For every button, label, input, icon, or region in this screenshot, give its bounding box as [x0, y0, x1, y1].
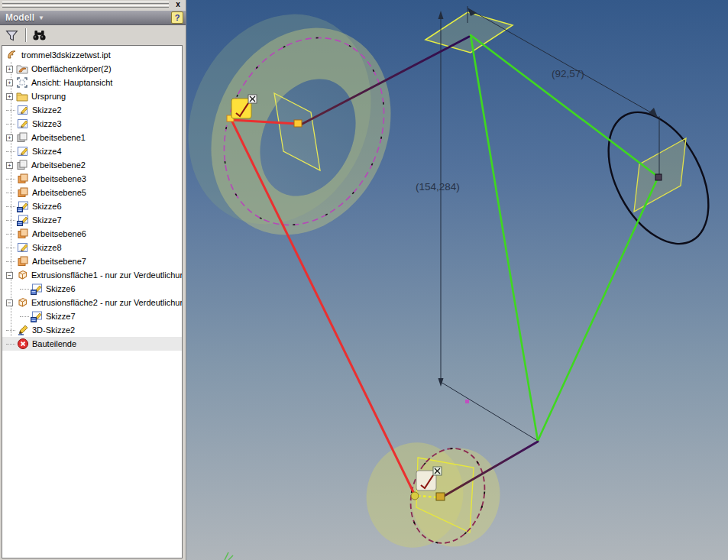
sketch-icon	[17, 118, 29, 130]
tree-item-label: Bauteilende	[32, 339, 78, 348]
tree-item[interactable]: + Ursprung	[2, 89, 182, 103]
filter-funnel-icon[interactable]	[4, 28, 19, 42]
tree-item-label: Skizze7	[32, 215, 63, 225]
tree-expander[interactable]	[6, 193, 15, 193]
tree-item-label: Arbeitsebene1	[31, 133, 87, 142]
tree-expander[interactable]	[6, 330, 15, 331]
tree-item-label: Ansicht: Hauptansicht	[31, 78, 114, 87]
tree-item-label: Skizze2	[32, 105, 63, 115]
tree-item-label: Oberflächenkörper(2)	[31, 64, 113, 73]
3d-viewport[interactable]: (92,57) (154,284)	[186, 0, 728, 560]
sketch-shared-icon	[31, 283, 43, 295]
sketch-icon	[17, 104, 29, 116]
tree-item-label: Skizze4	[32, 147, 63, 156]
tree-item[interactable]: Skizze7	[2, 213, 182, 227]
workplane-orange-icon	[17, 186, 29, 199]
tree-expander[interactable]: +	[6, 162, 13, 169]
tree-item[interactable]: + Ansicht: Hauptansicht	[2, 76, 182, 89]
tree-expander[interactable]	[6, 248, 15, 248]
tree-item-label: 3D-Skizze2	[32, 325, 76, 335]
tree-item[interactable]: Skizze7	[2, 309, 182, 323]
tree-item-label: Arbeitsebene6	[32, 229, 88, 238]
workplane-grey-icon	[16, 159, 28, 171]
dimension-midpoint-tick[interactable]	[465, 400, 469, 403]
tree-item-label: Skizze3	[32, 119, 63, 128]
view-rep-icon	[16, 76, 28, 89]
sketch-icon	[17, 241, 29, 254]
end-of-part-icon	[17, 338, 29, 350]
extrusion-icon	[16, 296, 28, 309]
tree-item[interactable]: Skizze6	[2, 282, 182, 296]
tree-indent	[2, 316, 20, 317]
tree-expander[interactable]: +	[6, 134, 13, 141]
tree-item-label: Arbeitsebene7	[32, 257, 88, 266]
tree-item-label: Skizze7	[46, 312, 77, 321]
tree-item[interactable]: + Arbeitsebene1	[2, 131, 182, 144]
tree-item[interactable]: Skizze2	[2, 103, 182, 117]
sketch-icon	[17, 145, 29, 157]
tree-item[interactable]: + Arbeitsebene2	[2, 158, 182, 172]
grip-groove	[2, 2, 169, 4]
tree-item[interactable]: 3D-Skizze2	[2, 323, 182, 337]
tree-expander[interactable]: +	[6, 66, 13, 73]
close-icon[interactable]: x	[173, 1, 183, 10]
panel-header[interactable]: Modell ▼ ?	[0, 11, 186, 25]
tree-expander[interactable]	[6, 110, 15, 111]
tree-item[interactable]: trommel3dskizzetwst.ipt	[2, 48, 182, 62]
tree-item[interactable]: Arbeitsebene6	[2, 227, 182, 241]
tree-item-label: Extrusionsfläche2 - nur zur Verdeutlichu…	[31, 298, 182, 307]
tree-expander[interactable]	[6, 220, 15, 221]
tree-expander[interactable]	[20, 289, 29, 290]
tree-item[interactable]: Arbeitsebene5	[2, 186, 182, 199]
grip-groove	[2, 5, 169, 8]
tree-expander[interactable]	[6, 179, 15, 180]
dimension-label-vertical[interactable]: (154,284)	[416, 181, 460, 193]
tree-item[interactable]: Skizze4	[2, 144, 182, 158]
toolbar-separator	[25, 28, 27, 42]
extrusion-icon	[16, 269, 28, 281]
tree-expander[interactable]: +	[6, 79, 13, 86]
tree-item[interactable]: Bauteilende	[2, 337, 182, 351]
tree-item-label: Skizze8	[32, 243, 63, 252]
workplane-grey-icon	[16, 131, 28, 144]
tree-item[interactable]: Skizze8	[2, 241, 182, 254]
tree-item[interactable]: Arbeitsebene3	[2, 172, 182, 186]
sketch-shared-icon	[17, 200, 29, 212]
sketch-shared-icon	[17, 214, 29, 226]
chevron-down-icon[interactable]: ▼	[38, 15, 44, 21]
tree-item[interactable]: + Oberflächenkörper(2)	[2, 62, 182, 76]
model-tree[interactable]: trommel3dskizzetwst.ipt + Oberflächenkör…	[2, 45, 183, 558]
tree-expander[interactable]: −	[6, 272, 13, 279]
tree-expander[interactable]	[6, 344, 15, 345]
panel-title: Modell	[5, 12, 34, 23]
workplane-orange-icon	[17, 228, 29, 240]
tree-item-label: trommel3dskizzetwst.ipt	[21, 50, 112, 60]
tree-item-label: Extrusionsfläche1 - nur zur Verdeutlichu…	[31, 270, 182, 280]
tree-item-label: Arbeitsebene5	[32, 188, 88, 197]
origin-folder-icon	[16, 90, 28, 102]
panel-grip[interactable]: x	[0, 0, 186, 11]
sketch-shared-icon	[31, 310, 43, 322]
tree-item-label: Skizze6	[32, 202, 63, 211]
tree-item[interactable]: Skizze6	[2, 199, 182, 213]
tree-expander[interactable]	[20, 316, 29, 317]
surface-bodies-folder-icon	[16, 63, 28, 75]
help-icon[interactable]: ?	[171, 11, 183, 24]
tree-item[interactable]: Arbeitsebene7	[2, 254, 182, 268]
tree-expander[interactable]: +	[6, 93, 13, 100]
tree-item-label: Arbeitsebene3	[32, 174, 88, 183]
tree-item[interactable]: − Extrusionsfläche1 - nur zur Verdeutlic…	[2, 268, 182, 282]
tree-item[interactable]: Skizze3	[2, 117, 182, 131]
tree-expander[interactable]	[6, 124, 15, 125]
tree-item-label: Skizze6	[46, 284, 77, 293]
binoculars-search-icon[interactable]	[31, 28, 47, 42]
tree-expander[interactable]: −	[6, 299, 13, 306]
tree-expander[interactable]	[6, 151, 15, 152]
tree-expander[interactable]	[6, 234, 15, 235]
tree-item[interactable]: − Extrusionsfläche2 - nur zur Verdeutlic…	[2, 296, 182, 309]
dimension-label-diagonal[interactable]: (92,57)	[552, 68, 584, 79]
tree-item-label: Ursprung	[31, 92, 67, 101]
tree-expander[interactable]	[6, 206, 15, 207]
part-root-icon	[6, 49, 18, 61]
tree-expander[interactable]	[6, 261, 15, 262]
